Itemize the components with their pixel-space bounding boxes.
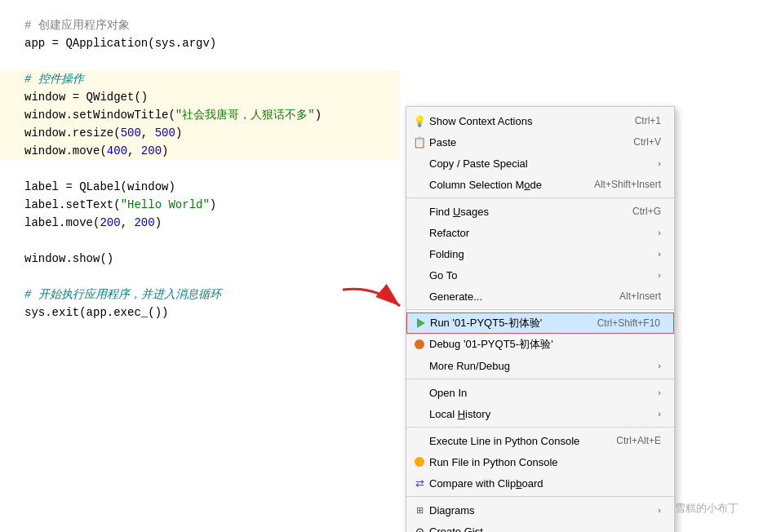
code-line-6: window.move(400, 200) — [24, 142, 400, 160]
menu-item-run[interactable]: Run '01-PYQT5-初体验' Ctrl+Shift+F10 — [406, 313, 674, 334]
menu-item-generate[interactable]: Generate... Alt+Insert — [406, 286, 674, 307]
shortcut-generate: Alt+Insert — [619, 290, 661, 302]
section-comment-1: # 控件操作 — [24, 70, 400, 88]
menu-item-copy-paste-special[interactable]: Copy / Paste Special › — [406, 153, 674, 174]
menu-item-refactor[interactable]: Refactor › — [406, 222, 674, 243]
arrow-icon-diagrams: › — [658, 505, 661, 515]
menu-label-more-run-debug: More Run/Debug — [429, 360, 651, 372]
menu-item-show-context-actions[interactable]: 💡 Show Context Actions Ctrl+1 — [406, 110, 674, 131]
gist-icon: ⊙ — [413, 525, 426, 532]
arrow-icon-folding: › — [658, 249, 661, 259]
red-arrow-annotation — [335, 282, 408, 326]
shortcut-execute-line: Ctrl+Alt+E — [616, 435, 661, 446]
menu-label-create-gist: Create Gist... — [429, 525, 661, 533]
menu-label-folding: Folding — [429, 248, 651, 260]
menu-item-more-run-debug[interactable]: More Run/Debug › — [406, 355, 674, 376]
menu-label-run-file-console: Run File in Python Console — [429, 456, 661, 468]
menu-label-local-history: Local History — [429, 408, 651, 420]
shortcut-run: Ctrl+Shift+F10 — [597, 317, 660, 329]
menu-item-column-selection[interactable]: Column Selection Mode Alt+Shift+Insert — [406, 174, 674, 195]
menu-item-diagrams[interactable]: ⊞ Diagrams › — [406, 499, 674, 521]
paste-icon: 📋 — [413, 135, 426, 149]
code-line-4: window.setWindowTitle("社会我唐哥，人狠话不多") — [24, 106, 400, 124]
menu-label-open-in: Open In — [429, 387, 651, 399]
menu-item-folding[interactable]: Folding › — [406, 243, 674, 264]
menu-label-go-to: Go To — [429, 269, 651, 282]
menu-item-create-gist[interactable]: ⊙ Create Gist... — [406, 521, 674, 532]
menu-item-find-usages[interactable]: Find Usages Ctrl+G — [406, 201, 674, 222]
debug-icon — [413, 338, 426, 351]
arrow-icon-open-in: › — [658, 388, 661, 397]
separator-1 — [406, 197, 674, 198]
menu-label-generate: Generate... — [429, 290, 603, 303]
bulb-icon: 💡 — [413, 114, 426, 127]
compare-icon: ⇄ — [413, 477, 426, 490]
run-icon — [414, 317, 427, 330]
separator-4 — [406, 427, 674, 428]
menu-item-compare-clipboard[interactable]: ⇄ Compare with Clipboard — [406, 472, 674, 494]
shortcut-show-context-actions: Ctrl+1 — [635, 115, 661, 126]
shortcut-paste: Ctrl+V — [633, 136, 661, 148]
menu-label-refactor: Refactor — [429, 227, 651, 239]
diagrams-icon: ⊞ — [413, 503, 426, 516]
code-line-1: # 创建应用程序对象 — [24, 16, 739, 34]
menu-item-go-to[interactable]: Go To › — [406, 264, 674, 286]
menu-label-column-selection: Column Selection Mode — [429, 179, 578, 191]
runfile-icon — [413, 455, 426, 468]
menu-item-local-history[interactable]: Local History › — [406, 403, 674, 424]
menu-label-debug: Debug '01-PYQT5-初体验' — [429, 337, 661, 352]
shortcut-find-usages: Ctrl+G — [632, 206, 661, 217]
menu-label-run: Run '01-PYQT5-初体验' — [430, 316, 581, 330]
menu-label-execute-line: Execute Line in Python Console — [429, 435, 600, 447]
separator-5 — [406, 496, 674, 497]
code-line-3: window = QWidget() — [24, 88, 400, 106]
menu-item-debug[interactable]: Debug '01-PYQT5-初体验' — [406, 334, 674, 355]
menu-item-execute-line[interactable]: Execute Line in Python Console Ctrl+Alt+… — [406, 430, 674, 451]
context-menu: 💡 Show Context Actions Ctrl+1 📋 Paste Ct… — [406, 106, 675, 532]
menu-item-run-file-console[interactable]: Run File in Python Console — [406, 451, 674, 472]
arrow-icon-go-to: › — [658, 270, 661, 280]
code-line-2: app = QApplication(sys.argv) — [24, 34, 739, 52]
menu-label-paste: Paste — [429, 136, 617, 149]
menu-label-compare-clipboard: Compare with Clipboard — [429, 477, 661, 490]
shortcut-column-selection: Alt+Shift+Insert — [594, 179, 661, 190]
empty-line-1 — [24, 52, 739, 70]
arrow-icon-local-history: › — [658, 409, 661, 419]
arrow-icon-copy-paste: › — [658, 158, 661, 168]
separator-2 — [406, 309, 674, 310]
arrow-icon-more-run: › — [658, 361, 661, 370]
menu-item-paste[interactable]: 📋 Paste Ctrl+V — [406, 131, 674, 153]
menu-label-diagrams: Diagrams — [429, 504, 651, 516]
menu-label-show-context-actions: Show Context Actions — [429, 115, 619, 127]
menu-label-find-usages: Find Usages — [429, 206, 616, 218]
separator-3 — [406, 379, 674, 379]
menu-item-open-in[interactable]: Open In › — [406, 382, 674, 403]
arrow-icon-refactor: › — [658, 228, 661, 237]
code-line-5: window.resize(500, 500) — [24, 124, 400, 142]
menu-label-copy-paste-special: Copy / Paste Special — [429, 157, 651, 170]
